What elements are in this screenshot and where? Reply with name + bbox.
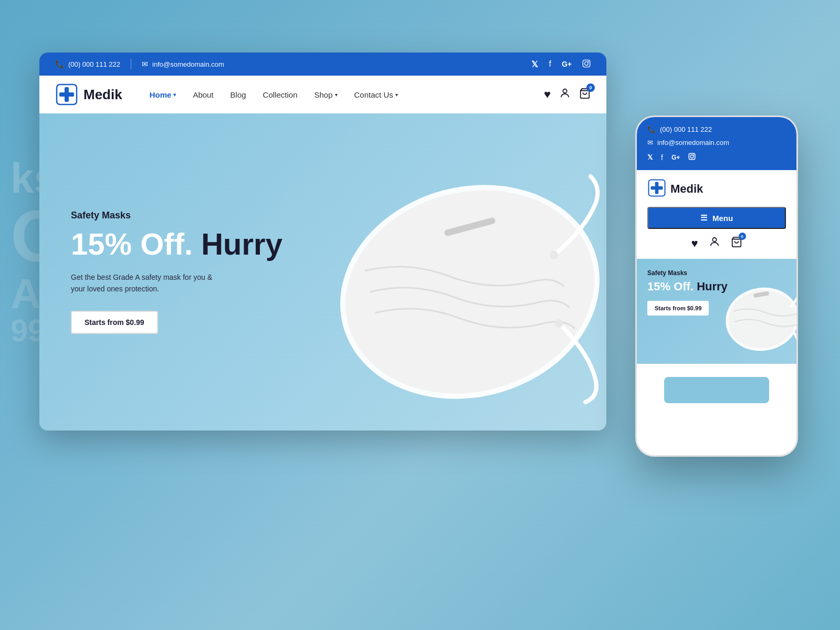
mobile-hero-title-dark: Hurry bbox=[694, 280, 728, 293]
mobile-logo-text: Medik bbox=[670, 182, 703, 196]
mobile-menu-button[interactable]: ☰ Menu bbox=[647, 207, 786, 229]
facebook-icon[interactable]: f bbox=[549, 59, 551, 69]
wishlist-button[interactable]: ♥ bbox=[544, 88, 551, 101]
mobile-instagram-icon[interactable] bbox=[688, 153, 696, 162]
svg-point-15 bbox=[694, 154, 695, 155]
svg-point-14 bbox=[690, 155, 694, 158]
nav-blog[interactable]: Blog bbox=[224, 87, 253, 102]
mobile-cart-button[interactable]: 0 bbox=[731, 236, 742, 250]
hero-content: Safety Masks 15% Off. Hurry Get the best… bbox=[71, 210, 282, 334]
mobile-navbar: Medik ☰ Menu ♥ 0 bbox=[637, 170, 796, 259]
desktop-topbar: 📞 (00) 000 111 222 ✉ info@somedomain.com… bbox=[39, 52, 606, 76]
mobile-phone-section: 📞 (00) 000 111 222 bbox=[647, 125, 786, 133]
svg-rect-5 bbox=[59, 92, 74, 97]
mobile-facebook-icon[interactable]: f bbox=[661, 153, 663, 162]
home-arrow: ▾ bbox=[173, 92, 176, 98]
topbar-social-icons: 𝕏 f G+ bbox=[531, 59, 591, 69]
nav-collection[interactable]: Collection bbox=[257, 87, 304, 102]
hero-title-dark: Hurry bbox=[193, 227, 282, 261]
svg-point-19 bbox=[712, 238, 716, 242]
svg-point-1 bbox=[585, 61, 589, 65]
topbar-divider bbox=[131, 59, 131, 69]
nav-shop[interactable]: Shop ▾ bbox=[308, 87, 343, 102]
hero-cta-button[interactable]: Starts from $0.99 bbox=[71, 311, 158, 334]
nav-about[interactable]: About bbox=[186, 87, 219, 102]
mobile-bottom-bar bbox=[664, 377, 769, 403]
mobile-nav-icons: ♥ 0 bbox=[647, 236, 786, 250]
mobile-hero-title: 15% Off. Hurry bbox=[647, 280, 786, 293]
contact-arrow: ▾ bbox=[395, 92, 398, 98]
mobile-mockup: 📞 (00) 000 111 222 ✉ info@somedomain.com… bbox=[635, 116, 798, 457]
mobile-bottom-section bbox=[637, 364, 796, 416]
mobile-logo-icon bbox=[647, 178, 666, 200]
hero-subtitle: Safety Masks bbox=[71, 210, 282, 221]
email-icon: ✉ bbox=[142, 60, 148, 68]
hamburger-icon: ☰ bbox=[700, 213, 707, 223]
topbar-email: info@somedomain.com bbox=[152, 60, 224, 68]
desktop-mockup: 📞 (00) 000 111 222 ✉ info@somedomain.com… bbox=[39, 52, 606, 430]
topbar-phone: (00) 000 111 222 bbox=[68, 60, 120, 68]
nav-contact[interactable]: Contact Us ▾ bbox=[348, 87, 404, 102]
mobile-wishlist-button[interactable]: ♥ bbox=[691, 237, 698, 250]
mobile-hero-cta-button[interactable]: Starts from $0.99 bbox=[647, 301, 709, 316]
svg-point-6 bbox=[563, 89, 566, 92]
account-button[interactable] bbox=[559, 88, 571, 102]
mobile-social-icons: 𝕏 f G+ bbox=[647, 153, 786, 162]
logo-icon bbox=[55, 83, 78, 106]
topbar-phone-section: 📞 (00) 000 111 222 bbox=[55, 60, 120, 68]
svg-point-9 bbox=[322, 163, 606, 418]
desktop-navbar: Medik Home ▾ About Blog Collection Shop … bbox=[39, 76, 606, 113]
svg-point-11 bbox=[550, 251, 558, 259]
mobile-phone-icon: 📞 bbox=[647, 125, 656, 133]
mobile-account-button[interactable] bbox=[709, 236, 720, 250]
mobile-logo: Medik bbox=[647, 178, 786, 200]
googleplus-icon[interactable]: G+ bbox=[562, 60, 572, 68]
svg-point-12 bbox=[555, 319, 563, 328]
mobile-email: info@somedomain.com bbox=[657, 139, 729, 146]
hero-description: Get the best Grade A safety mask for you… bbox=[71, 271, 228, 295]
mobile-hero-section: Safety Masks 15% Off. Hurry Starts from … bbox=[637, 259, 796, 364]
svg-rect-13 bbox=[689, 153, 695, 160]
mobile-email-section: ✉ info@somedomain.com bbox=[647, 139, 786, 146]
mobile-cart-badge: 0 bbox=[739, 233, 746, 240]
cart-button[interactable]: 0 bbox=[579, 88, 591, 102]
phone-icon: 📞 bbox=[55, 60, 64, 68]
hero-section: Safety Masks 15% Off. Hurry Get the best… bbox=[39, 113, 606, 430]
nav-links: Home ▾ About Blog Collection Shop ▾ Cont… bbox=[143, 87, 544, 102]
hero-title: 15% Off. Hurry bbox=[71, 227, 282, 261]
shop-arrow: ▾ bbox=[335, 92, 338, 98]
nav-home[interactable]: Home ▾ bbox=[143, 87, 183, 102]
mobile-menu-label: Menu bbox=[712, 214, 733, 223]
twitter-icon[interactable]: 𝕏 bbox=[531, 59, 538, 69]
instagram-icon[interactable] bbox=[582, 59, 591, 69]
hero-mask-image bbox=[302, 124, 606, 418]
logo: Medik bbox=[55, 83, 122, 106]
cart-badge: 0 bbox=[586, 83, 595, 92]
mobile-googleplus-icon[interactable]: G+ bbox=[671, 154, 680, 161]
mobile-topbar: 📞 (00) 000 111 222 ✉ info@somedomain.com… bbox=[637, 117, 796, 170]
mobile-phone: (00) 000 111 222 bbox=[660, 125, 712, 133]
mobile-email-icon: ✉ bbox=[647, 139, 653, 146]
mobile-hero-subtitle: Safety Masks bbox=[647, 269, 786, 277]
topbar-email-section: ✉ info@somedomain.com bbox=[142, 60, 224, 68]
svg-point-2 bbox=[588, 61, 589, 62]
svg-rect-18 bbox=[651, 186, 663, 190]
mobile-hero-title-white: 15% Off. bbox=[647, 280, 694, 293]
nav-right-icons: ♥ 0 bbox=[544, 88, 591, 102]
logo-text: Medik bbox=[83, 87, 122, 103]
svg-rect-0 bbox=[583, 60, 590, 67]
mobile-twitter-icon[interactable]: 𝕏 bbox=[647, 153, 653, 161]
hero-title-white: 15% Off. bbox=[71, 227, 193, 261]
